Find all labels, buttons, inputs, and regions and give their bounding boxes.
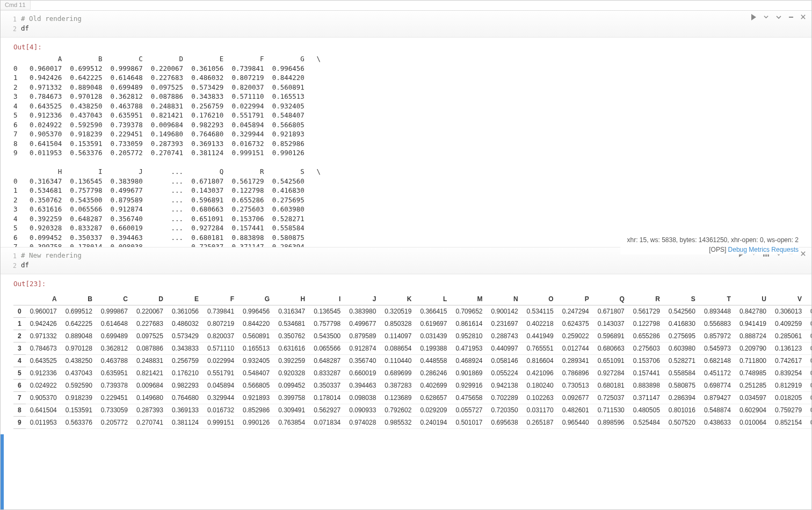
cell: 0.709652	[451, 305, 487, 318]
cell: 0.480505	[629, 404, 664, 417]
cell-1-gutter: 1 2	[1, 14, 21, 34]
cell: 0.114097	[380, 330, 416, 343]
cell: 0.010064	[735, 417, 771, 429]
cell: 0.018205	[771, 392, 806, 404]
cell: 0.596891	[593, 330, 629, 343]
cell: 0.451172	[700, 367, 735, 380]
cell: 0.820037	[203, 330, 238, 343]
row-index: 3	[13, 343, 26, 355]
cell: 0.839254	[771, 367, 806, 380]
row-index: 8	[13, 404, 26, 417]
cell-1-code[interactable]: # Old rendering df	[21, 14, 808, 33]
cell: 0.098038	[345, 392, 380, 404]
expand-chevron-icon[interactable]	[774, 13, 782, 21]
table-row: 30.7846730.9701280.3628120.0878860.34383…	[13, 343, 811, 355]
cell: 0.229451	[97, 392, 132, 404]
close-icon[interactable]	[799, 250, 807, 258]
cell: 0.898596	[593, 417, 629, 429]
cell: 0.952810	[451, 330, 487, 343]
cell: 0.102263	[523, 392, 558, 404]
cell: 0.317716	[806, 392, 811, 404]
col-header: O	[523, 293, 558, 305]
cell-2-output: Out[23]: ABCDEFGHIJKLMNOPQRSTUVW00.96001…	[1, 274, 811, 434]
close-icon[interactable]	[799, 13, 807, 21]
cell: 0.369133	[168, 404, 203, 417]
cell: 0.123689	[380, 392, 416, 404]
run-menu-chevron-icon[interactable]	[762, 13, 770, 21]
table-row: 90.0119530.5633760.2057720.2707410.38112…	[13, 417, 811, 429]
cell: 0.812919	[771, 380, 806, 392]
table-row: 00.9600170.6995120.9998670.2200670.36105…	[13, 305, 811, 318]
cell: 0.011953	[26, 417, 61, 429]
run-icon[interactable]	[750, 13, 758, 21]
cell: 0.689699	[380, 367, 416, 380]
cell: 0.366415	[416, 305, 451, 318]
cell: 0.711800	[735, 355, 771, 367]
cell: 0.240194	[416, 417, 451, 429]
cell: 0.631616	[274, 343, 309, 355]
cell: 0.437043	[61, 367, 97, 380]
cell: 0.901869	[451, 367, 487, 380]
cell: 0.562927	[309, 404, 345, 417]
cell: 0.501017	[451, 417, 487, 429]
col-header: B	[61, 293, 97, 305]
cell: 0.016732	[203, 404, 238, 417]
col-header: F	[203, 293, 238, 305]
link-metrics[interactable]: Metrics	[749, 246, 770, 253]
cell: 0.942426	[26, 318, 61, 330]
cell: 0.861614	[451, 318, 487, 330]
cell: 0.558584	[664, 367, 700, 380]
cell: 0.985532	[380, 417, 416, 429]
cell: 0.889048	[61, 330, 97, 343]
cell: 0.122798	[629, 318, 664, 330]
cell: 0.912874	[345, 343, 380, 355]
cell: 0.941419	[735, 318, 771, 330]
cell: 0.149680	[132, 392, 168, 404]
cell: 0.387283	[380, 380, 416, 392]
cell: 0.556883	[700, 318, 735, 330]
cell: 0.571110	[203, 343, 238, 355]
cell: 0.399758	[274, 392, 309, 404]
cell: 0.680663	[593, 343, 629, 355]
status-stats: xhr: 15, ws: 5838, bytes: 14361250, xhr-…	[627, 235, 799, 245]
cell: 0.402699	[416, 380, 451, 392]
cell: 0.087886	[132, 343, 168, 355]
cell: 0.551791	[203, 367, 238, 380]
col-header: E	[168, 293, 203, 305]
svg-rect-0	[789, 17, 793, 18]
cell: 0.097525	[132, 330, 168, 343]
cell: 0.671807	[593, 305, 629, 318]
cell: 0.438633	[700, 417, 735, 429]
cell: 0.842780	[735, 305, 771, 318]
link-requests[interactable]: Requests	[771, 246, 799, 253]
cell: 0.356740	[345, 355, 380, 367]
notebook-container: Cmd 11 1 2 # Old rendering df Out[4]: A …	[0, 0, 812, 510]
cell: 0.857972	[700, 330, 735, 343]
cell: 0.285061	[771, 330, 806, 343]
cell: 0.580875	[664, 380, 700, 392]
minimize-icon[interactable]	[787, 13, 795, 21]
cell: 0.725037	[593, 392, 629, 404]
cell: 0.468924	[451, 355, 487, 367]
cell-1-input[interactable]: 1 2 # Old rendering df	[1, 10, 811, 38]
link-debug[interactable]: Debug	[728, 246, 747, 253]
cell: 0.560891	[238, 330, 274, 343]
cell: 0.256759	[168, 355, 203, 367]
col-header: P	[558, 293, 593, 305]
cell: 0.528271	[664, 355, 700, 367]
cell: 0.286246	[416, 367, 451, 380]
cell: 0.918239	[61, 392, 97, 404]
cell: 0.659560	[806, 330, 811, 343]
cell: 0.220067	[132, 305, 168, 318]
cell: 0.034597	[735, 392, 771, 404]
cell: 0.921893	[238, 392, 274, 404]
cell: 0.624375	[558, 318, 593, 330]
cell: 0.178014	[309, 392, 345, 404]
cell: 0.733059	[97, 404, 132, 417]
cell: 0.247294	[558, 305, 593, 318]
col-header: U	[735, 293, 771, 305]
cell: 0.883898	[629, 380, 664, 392]
col-header: C	[97, 293, 132, 305]
cell: 0.757798	[309, 318, 345, 330]
cell: 0.742617	[771, 355, 806, 367]
